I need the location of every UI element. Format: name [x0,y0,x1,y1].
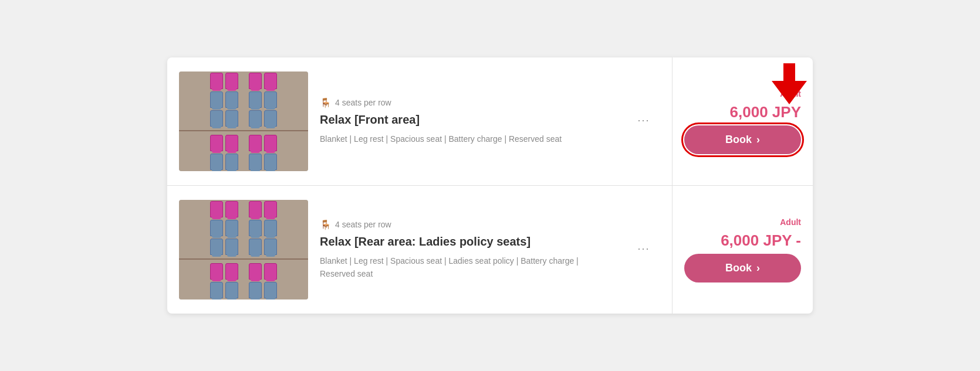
bus-option-row-2: 🪑 4 seats per row Relax [Rear area: Ladi… [167,186,813,314]
seat-icon-2: 🪑 [320,219,332,230]
red-arrow-indicator [772,63,807,107]
results-container: 🪑 4 seats per row Relax [Front area] Bla… [167,57,813,314]
book-chevron-1: › [756,134,760,146]
seats-per-row-label-1: 4 seats per row [335,98,391,107]
seats-per-row-label-2: 4 seats per row [335,220,391,229]
row-1-info: 🪑 4 seats per row Relax [Front area] Bla… [320,93,616,150]
book-button-1[interactable]: Book › [684,125,801,154]
row-1-left: 🪑 4 seats per row Relax [Front area] Bla… [167,57,672,185]
row-2-left: 🪑 4 seats per row Relax [Rear area: Ladi… [167,186,672,314]
bus-option-row-1: 🪑 4 seats per row Relax [Front area] Bla… [167,57,813,186]
amenities-1: Blanket | Leg rest | Spacious seat | Bat… [320,132,616,145]
bus-title-2: Relax [Rear area: Ladies policy seats] [320,235,616,249]
seat-icon-1: 🪑 [320,97,332,108]
bus-image-1 [179,72,308,171]
bus-image-2 [179,200,308,299]
svg-marker-0 [772,63,807,104]
amenities-2: Blanket | Leg rest | Spacious seat | Lad… [320,254,616,281]
price-label-2: Adult [684,217,801,227]
more-button-2[interactable]: ⋮ [627,243,660,256]
more-button-1[interactable]: ⋮ [627,115,660,128]
bus-title-1: Relax [Front area] [320,113,616,127]
row-2-info: 🪑 4 seats per row Relax [Rear area: Ladi… [320,215,616,285]
seats-per-row-2: 🪑 4 seats per row [320,219,616,230]
book-label-1: Book [725,134,752,146]
book-label-2: Book [725,262,752,274]
price-value-2: 6,000 JPY - [684,233,801,248]
row-2-right: Adult 6,000 JPY - Book › [672,186,813,314]
seats-per-row-1: 🪑 4 seats per row [320,97,616,108]
row-1-right: Adult 6,000 JPY Book › [672,57,813,185]
book-chevron-2: › [756,262,760,274]
book-button-2[interactable]: Book › [684,254,801,282]
